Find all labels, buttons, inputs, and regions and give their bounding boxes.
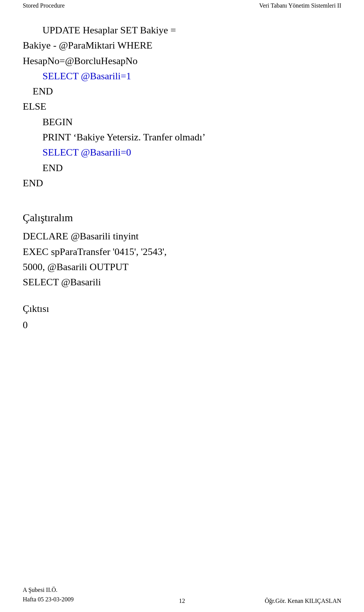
calistir-section: Çalıştıralım DECLARE @Basarili tinyint E… [23,210,341,290]
page-footer: A Şubesi II.Ö. Hafta 05 23-03-2009 12 Öğ… [0,585,364,604]
code-line-7: BEGIN [23,115,341,130]
footer-date: Hafta 05 23-03-2009 [23,596,74,603]
select-basarili-1: SELECT @Basarili=1 [42,71,131,82]
output-value: 0 [23,318,341,332]
code-line-2: Bakiye - @ParaMiktari WHERE [23,38,341,53]
output-label: Çıktısı [23,301,341,316]
footer-page-number: 12 [179,598,185,604]
header-left-title: Stored Procedure [23,2,65,9]
output-section: Çıktısı 0 [23,301,341,332]
calistir-heading: Çalıştıralım [23,210,341,226]
calistir-line-1: DECLARE @Basarili tinyint [23,229,341,244]
footer-left: A Şubesi II.Ö. Hafta 05 23-03-2009 [23,585,74,604]
calistir-line-3: 5000, @Basarili OUTPUT [23,260,341,275]
code-line-5: END [23,84,341,99]
calistir-line-2: EXEC spParaTransfer '0415', '2543', [23,244,341,260]
code-line-4: SELECT @Basarili=1 [23,69,341,84]
page-container: Stored Procedure Veri Tabanı Yönetim Sis… [0,0,364,612]
code-line-9: SELECT @Basarili=0 [23,145,341,160]
page-header: Stored Procedure Veri Tabanı Yönetim Sis… [23,0,341,11]
select-basarili-0: SELECT @Basarili=0 [42,147,131,158]
footer-instructor: Öğr.Gör. Kenan KILIÇASLAN [265,598,341,604]
code-line-1: UPDATE Hesaplar SET Bakiye = [23,23,341,38]
code-line-10: END [23,160,341,176]
code-line-3: HesapNo=@BorcluHesapNo [23,53,341,69]
code-block-main: UPDATE Hesaplar SET Bakiye = Bakiye - @P… [23,23,341,191]
code-line-11: END [23,176,341,191]
header-right-title: Veri Tabanı Yönetim Sistemleri II [259,2,341,9]
main-content: UPDATE Hesaplar SET Bakiye = Bakiye - @P… [23,11,341,332]
code-line-8: PRINT ‘Bakiye Yetersiz. Tranfer olmadı’ [23,130,341,145]
calistir-line-4: SELECT @Basarili [23,275,341,290]
code-line-6: ELSE [23,99,341,114]
footer-affiliation: A Şubesi II.Ö. [23,587,58,593]
calistir-code: DECLARE @Basarili tinyint EXEC spParaTra… [23,229,341,290]
